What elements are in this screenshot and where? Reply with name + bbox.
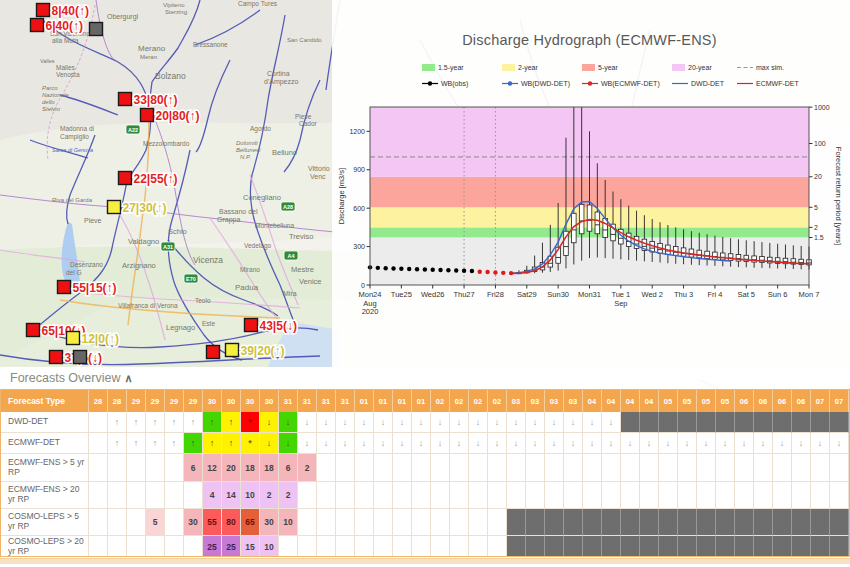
forecast-cell[interactable]: ↓ [488,433,507,454]
forecast-cell[interactable] [89,536,108,557]
forecast-cell[interactable] [488,454,507,482]
station-marker[interactable] [119,172,132,185]
forecast-cell[interactable] [488,482,507,509]
forecast-cell[interactable] [830,412,849,433]
forecast-cell[interactable] [355,536,374,557]
forecast-cell[interactable]: 25 [222,536,241,557]
forecast-cell[interactable] [374,454,393,482]
forecasts-overview-header[interactable]: Forecasts Overview∧ [10,371,133,385]
forecast-cell[interactable]: 2 [260,482,279,509]
forecast-cell[interactable]: ↓ [526,412,545,433]
forecast-cell[interactable]: ↓ [545,412,564,433]
forecast-cell[interactable] [393,509,412,536]
forecast-cell[interactable] [735,454,754,482]
forecast-cell[interactable] [583,454,602,482]
forecast-cell[interactable] [754,412,773,433]
forecast-cell[interactable] [431,454,450,482]
forecast-cell[interactable] [355,482,374,509]
forecast-cell[interactable] [146,454,165,482]
forecast-cell[interactable]: 6 [279,454,298,482]
station-marker[interactable] [37,4,50,17]
forecast-cell[interactable]: ↑ [108,433,127,454]
forecast-cell[interactable]: 55 [203,509,222,536]
forecast-cell[interactable] [583,536,602,557]
forecast-cell[interactable]: ↑ [165,412,184,433]
forecast-cell[interactable] [602,482,621,509]
forecast-cell[interactable]: ↓ [336,433,355,454]
forecast-cell[interactable]: ↓ [507,412,526,433]
forecast-cell[interactable]: ↓ [716,433,735,454]
forecast-cell[interactable] [108,509,127,536]
forecast-cell[interactable]: ↓ [545,433,564,454]
station-marker[interactable] [27,324,40,337]
forecast-cell[interactable] [583,509,602,536]
forecast-cell[interactable] [773,482,792,509]
forecast-cell[interactable] [564,509,583,536]
forecast-cell[interactable]: ↓ [564,412,583,433]
forecast-cell[interactable]: ↓ [260,412,279,433]
forecast-cell[interactable]: 10 [241,482,260,509]
forecast-cell[interactable]: 18 [260,454,279,482]
forecast-cell[interactable] [735,509,754,536]
forecast-cell[interactable] [811,482,830,509]
station-marker[interactable] [245,319,258,332]
forecast-cell[interactable] [811,509,830,536]
forecast-cell[interactable]: ↑ [146,412,165,433]
forecast-cell[interactable] [602,536,621,557]
forecast-cell[interactable]: ↓ [298,412,317,433]
forecast-cell[interactable] [735,482,754,509]
forecast-cell[interactable] [298,509,317,536]
forecast-cell[interactable] [564,454,583,482]
forecast-cell[interactable]: ↓ [507,433,526,454]
station-marker[interactable] [207,346,220,359]
forecast-cell[interactable] [279,536,298,557]
forecast-cell[interactable] [621,536,640,557]
forecast-cell[interactable] [659,509,678,536]
forecast-cell[interactable] [697,482,716,509]
forecast-cell[interactable] [602,454,621,482]
forecast-cell[interactable] [488,536,507,557]
forecast-cell[interactable] [393,454,412,482]
forecast-cell[interactable]: ↓ [431,412,450,433]
forecast-cell[interactable] [450,454,469,482]
forecast-cell[interactable] [317,509,336,536]
station-marker[interactable] [108,201,121,214]
forecast-cell[interactable] [811,454,830,482]
forecast-cell[interactable]: ↓ [773,433,792,454]
forecast-cell[interactable]: ↓ [735,433,754,454]
forecast-cell[interactable] [830,536,849,557]
forecast-cell[interactable] [469,454,488,482]
forecast-cell[interactable] [773,412,792,433]
forecast-cell[interactable] [735,536,754,557]
forecast-cell[interactable]: ↓ [583,433,602,454]
forecast-cell[interactable] [526,482,545,509]
forecast-cell[interactable] [146,536,165,557]
forecast-cell[interactable]: ↓ [678,433,697,454]
forecast-cell[interactable] [89,482,108,509]
forecast-cell[interactable]: ↓ [621,433,640,454]
station-marker[interactable] [226,344,239,357]
forecast-cell[interactable]: ↑ [203,412,222,433]
forecast-cell[interactable]: ↓ [279,412,298,433]
forecast-cell[interactable] [792,482,811,509]
forecast-cell[interactable]: ↓ [450,412,469,433]
forecast-cell[interactable]: 14 [222,482,241,509]
forecast-cell[interactable] [659,482,678,509]
forecast-cell[interactable] [317,482,336,509]
station-marker[interactable] [67,332,80,345]
forecast-cell[interactable] [127,536,146,557]
forecast-cell[interactable]: ↓ [374,412,393,433]
forecast-cell[interactable]: ↓ [355,412,374,433]
forecast-cell[interactable]: ↓ [374,433,393,454]
forecast-cell[interactable] [583,482,602,509]
forecast-cell[interactable] [507,482,526,509]
forecast-cell[interactable] [659,412,678,433]
forecast-cell[interactable]: ↓ [830,433,849,454]
forecast-cell[interactable] [602,509,621,536]
forecast-cell[interactable] [697,536,716,557]
forecast-cell[interactable] [678,509,697,536]
forecast-cell[interactable] [507,454,526,482]
forecast-cell[interactable] [792,412,811,433]
forecast-cell[interactable] [431,482,450,509]
forecast-cell[interactable] [374,509,393,536]
